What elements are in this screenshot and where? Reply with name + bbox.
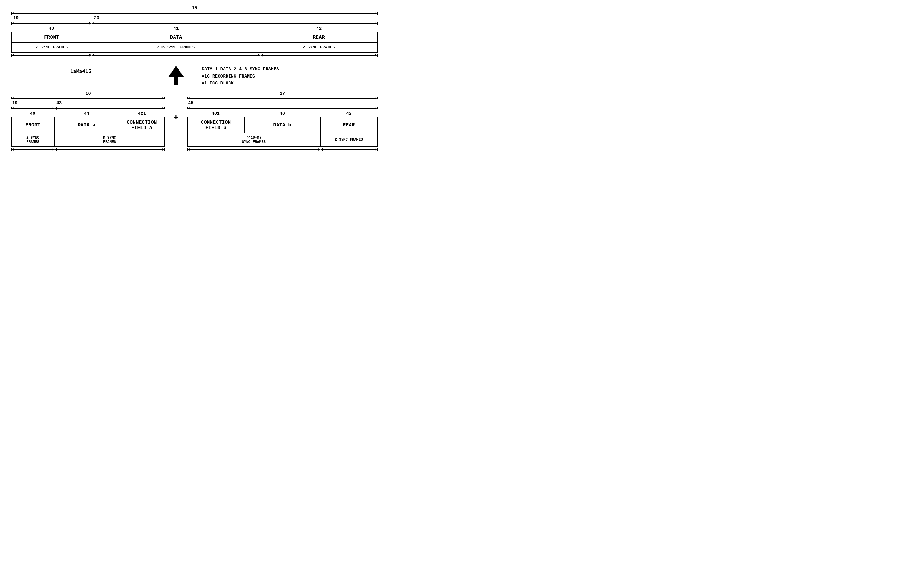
cell-dataa: DATA a [54,117,119,133]
arrow-16 [11,97,165,100]
bottom-left-block: 16 19 43 [11,91,165,152]
cell-sync2-bl: 2 SYNC FRAMES [12,133,54,146]
label-42-br: 42 [346,111,351,116]
label-19-top: 19 [13,16,18,21]
arrow-sync416-bottom [92,54,260,57]
top-section: 15 19 [11,5,378,58]
cell-rear-top: REAR [260,32,377,43]
arrow-sync416m-bottom [187,148,320,151]
mid-left: 1≤M≤415 [11,66,150,74]
bottom-right-block: 17 45 [187,91,378,152]
note-line3: =1 ECC BLOCK [201,80,279,87]
label-401: 401 [211,111,219,116]
label-40-top: 40 [49,26,54,31]
plus-sign: + [165,91,187,122]
arrow-sync2-bl-bottom [11,148,54,151]
arrow-20-top [92,22,378,25]
label-45: 45 [188,101,193,106]
label-19-bl: 19 [12,101,18,106]
mid-right-note: DATA 1+DATA 2=416 SYNC FRAMES =16 RECORD… [201,66,378,87]
arrow-43 [54,107,165,110]
cell-datab: DATA b [244,117,320,133]
cell-front-top: FRONT [12,32,92,43]
cell-connfa: CONNECTION FIELD a [119,117,165,133]
label-16: 16 [86,91,91,96]
up-arrow-shaft [174,77,178,85]
arrow-19-top [11,22,92,25]
arrow-sync2-br-bottom [320,148,378,151]
up-arrow-icon [168,66,184,77]
arrow-45 [187,107,378,110]
arrow-19-bl [11,107,54,110]
arrow-17 [187,97,378,100]
cell-front-bl: FRONT [12,117,54,133]
mid-row: 1≤M≤415 DATA 1+DATA 2=416 SYNC FRAMES =1… [11,66,378,87]
note-block: DATA 1+DATA 2=416 SYNC FRAMES =16 RECORD… [201,66,279,87]
cell-rear-br: REAR [320,117,377,133]
label-44: 44 [84,111,89,116]
label-46: 46 [280,111,285,116]
cell-sync2b: 2 SYNC FRAMES [260,43,377,52]
arrow-sync2b-bottom [261,54,378,57]
label-43: 43 [56,101,62,106]
label-421: 421 [138,111,146,116]
cell-sync2a: 2 SYNC FRAMES [12,43,92,52]
label-41-top: 41 [173,26,178,31]
cell-syncM: M SYNC FRAMES [54,133,165,146]
label-42-top: 42 [316,26,322,31]
bottom-left-frame-table: FRONT DATA a CONNECTION FIELD a 2 SYNC F… [11,117,165,147]
label-20-top: 20 [94,16,99,21]
mid-center-arrow [150,66,202,85]
arrow-sync2a-bottom [11,54,92,57]
cell-sync416m: (416-M) SYNC FRAMES [187,133,320,146]
arrow-15 [11,12,378,15]
label-40-bl: 40 [30,111,35,116]
bottom-right-frame-table: CONNECTION FIELD b DATA b REAR (416-M) S… [187,117,378,147]
arrow-syncM-bottom [54,148,165,151]
top-frame-table: FRONT DATA REAR 2 SYNC FRAMES 416 SYNC F… [11,31,378,53]
note-line1: DATA 1+DATA 2=416 SYNC FRAMES [201,66,279,73]
note-line2: =16 RECORDING FRAMES [201,73,279,80]
cell-connfb: CONNECTION FIELD b [187,117,244,133]
cell-sync2-br: 2 SYNC FRAMES [320,133,377,146]
bottom-section: 16 19 43 [11,91,378,152]
label-15: 15 [191,5,197,10]
cell-data-top: DATA [92,32,260,43]
diagram-area: 15 19 [11,5,378,152]
label-17: 17 [280,91,285,96]
inequality-label: 1≤M≤415 [70,69,91,74]
cell-sync416: 416 SYNC FRAMES [92,43,260,52]
